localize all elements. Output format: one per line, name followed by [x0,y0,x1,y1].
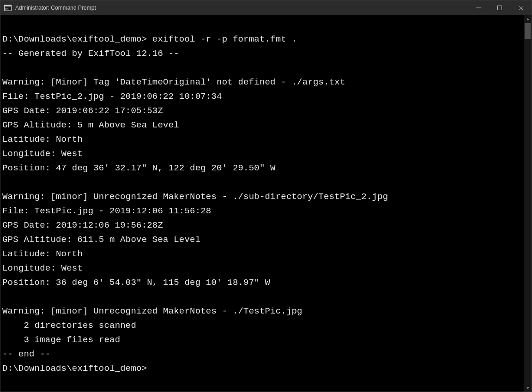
scroll-track[interactable] [524,23,532,384]
maximize-button[interactable] [489,0,510,15]
terminal-wrapper: D:\Downloads\exiftool_demo> exiftool -r … [0,15,532,392]
terminal-output[interactable]: D:\Downloads\exiftool_demo> exiftool -r … [0,15,524,392]
vertical-scrollbar[interactable] [524,15,532,392]
svg-rect-1 [5,5,12,6]
window-controls [468,0,532,15]
svg-text:c:\: c:\ [5,7,8,11]
titlebar[interactable]: c:\ Administrator: Command Prompt [0,0,532,15]
svg-marker-8 [526,387,529,389]
terminal-content: D:\Downloads\exiftool_demo> exiftool -r … [2,18,523,376]
titlebar-left: c:\ Administrator: Command Prompt [0,4,96,12]
prompt: D:\Downloads\exiftool_demo> [2,363,147,374]
command-prompt-window: c:\ Administrator: Command Prompt D:\Dow… [0,0,532,392]
cmd-icon: c:\ [4,4,12,12]
minimize-button[interactable] [468,0,489,15]
command-input: exiftool -r -p format.fmt . [147,34,297,44]
output-lines: -- Generated by ExifTool 12.16 -- Warnin… [2,47,523,362]
close-button[interactable] [510,0,532,15]
blank-line [2,18,523,32]
svg-rect-4 [498,6,502,10]
window-title: Administrator: Command Prompt [15,5,96,11]
scroll-up-arrow-icon[interactable] [524,15,532,23]
scroll-down-arrow-icon[interactable] [524,384,532,392]
svg-marker-7 [526,18,529,20]
prompt: D:\Downloads\exiftool_demo> [2,34,147,44]
scroll-thumb[interactable] [525,23,531,39]
